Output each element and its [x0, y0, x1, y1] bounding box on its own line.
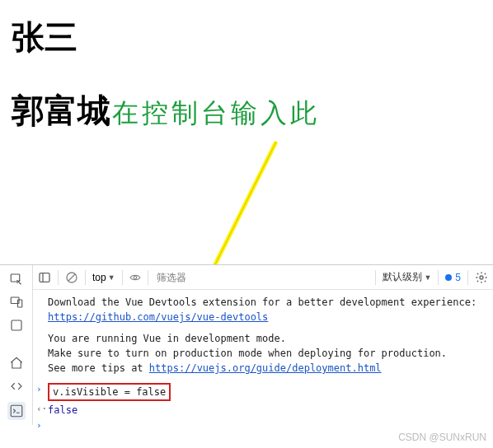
sidebar-toggle-icon[interactable]	[38, 271, 51, 284]
console-log-message: You are running Vue in development mode.…	[48, 331, 485, 376]
log-level-label: 默认级别	[383, 270, 422, 284]
live-expression-icon[interactable]	[129, 272, 141, 283]
console-body[interactable]: Download the Vue Devtools extension for …	[33, 290, 493, 425]
filter-input[interactable]	[155, 271, 369, 284]
watermark: CSDN @SUNxRUN	[398, 432, 486, 443]
svg-rect-2	[11, 274, 20, 282]
console-icon[interactable]	[7, 402, 26, 420]
console-output-line: ‹· false	[48, 402, 485, 418]
highlighted-input: v.isVisible = false	[48, 383, 171, 401]
window-icon[interactable]	[9, 318, 24, 333]
svg-rect-6	[11, 405, 22, 417]
chevron-down-icon: ▼	[424, 273, 431, 282]
clear-console-icon[interactable]	[65, 271, 78, 284]
gear-icon[interactable]	[475, 271, 488, 284]
device-icon[interactable]	[9, 295, 24, 310]
link[interactable]: https://vuejs.org/guide/deployment.html	[149, 362, 382, 374]
input-prompt-icon: ›	[36, 383, 42, 397]
page-heading-1: 张三	[12, 15, 481, 60]
hidden-messages-count[interactable]: 5	[445, 272, 461, 283]
log-level-selector[interactable]: 默认级别 ▼	[383, 270, 431, 284]
output-value: false	[48, 404, 77, 416]
chevron-down-icon: ▼	[108, 273, 115, 282]
devtools-sidebar	[0, 265, 33, 425]
console-prompt-line[interactable]: ›	[48, 418, 485, 420]
console-log-message: Download the Vue Devtools extension for …	[48, 295, 485, 324]
inspect-icon[interactable]	[9, 272, 24, 287]
console-input-line: › v.isVisible = false	[48, 382, 485, 402]
context-label: top	[92, 272, 106, 283]
hidden-count-value: 5	[455, 272, 461, 283]
page-heading-2: 郭富城	[12, 88, 110, 133]
code-icon[interactable]	[9, 379, 24, 394]
svg-rect-7	[40, 273, 49, 282]
context-selector[interactable]: top ▼	[92, 272, 115, 283]
overlay-annotation: 在控制台输入此	[112, 96, 320, 132]
output-prompt-icon: ‹·	[36, 403, 47, 417]
home-icon[interactable]	[9, 356, 24, 371]
svg-point-12	[480, 276, 483, 279]
svg-point-11	[134, 276, 137, 279]
info-dot-icon	[445, 274, 452, 281]
link[interactable]: https://github.com/vuejs/vue-devtools	[48, 311, 268, 323]
input-prompt-icon: ›	[36, 419, 42, 433]
devtools-panel: top ▼ 默认级别 ▼ 5 Download the Vue Devtools…	[0, 264, 493, 425]
svg-line-10	[68, 274, 75, 281]
svg-rect-5	[12, 320, 21, 330]
console-toolbar: top ▼ 默认级别 ▼ 5	[33, 265, 493, 290]
